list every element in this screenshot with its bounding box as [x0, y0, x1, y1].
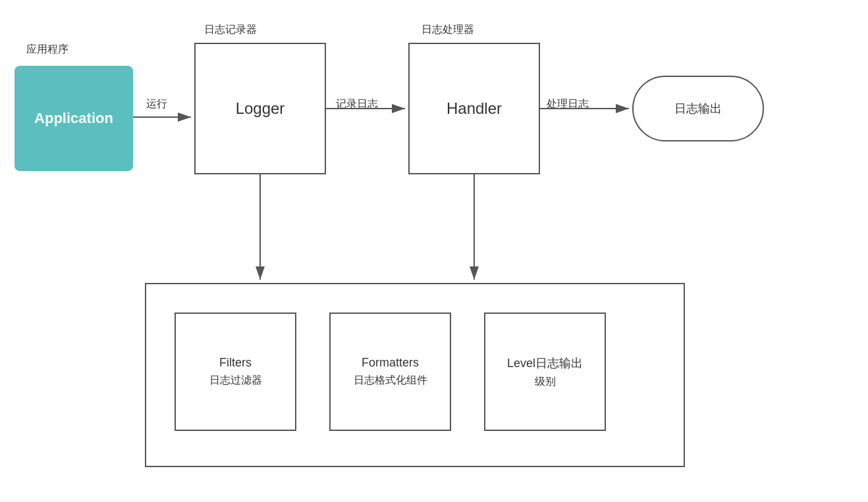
arrow-run-label: 运行 — [146, 97, 167, 111]
handler-box: Handler — [408, 43, 540, 174]
logger-label: Logger — [236, 99, 285, 118]
logger-box: Logger — [194, 43, 326, 174]
formatters-title: Formatters — [362, 356, 419, 370]
diagram-container: 应用程序 Application 日志记录器 Logger 日志处理器 Hand… — [0, 0, 868, 502]
level-box: Level日志输出 级别 — [484, 313, 606, 431]
filters-box: Filters 日志过滤器 — [175, 313, 296, 431]
level-sub: 级别 — [535, 375, 556, 389]
handler-label: Handler — [447, 99, 502, 118]
arrow-log-label: 记录日志 — [336, 97, 378, 111]
formatters-sub: 日志格式化组件 — [354, 374, 427, 388]
filters-title: Filters — [219, 356, 252, 370]
handler-section-label: 日志处理器 — [421, 23, 474, 37]
output-label: 日志输出 — [674, 101, 722, 116]
formatters-box: Formatters 日志格式化组件 — [329, 313, 451, 431]
level-title: Level日志输出 — [507, 355, 583, 371]
logger-section-label: 日志记录器 — [204, 23, 257, 37]
arrow-handle-label: 处理日志 — [547, 97, 589, 111]
app-section-label: 应用程序 — [26, 43, 68, 57]
output-oval: 日志输出 — [632, 76, 764, 141]
application-label: Application — [34, 110, 113, 127]
filters-sub: 日志过滤器 — [209, 374, 262, 388]
application-box: Application — [14, 66, 133, 171]
